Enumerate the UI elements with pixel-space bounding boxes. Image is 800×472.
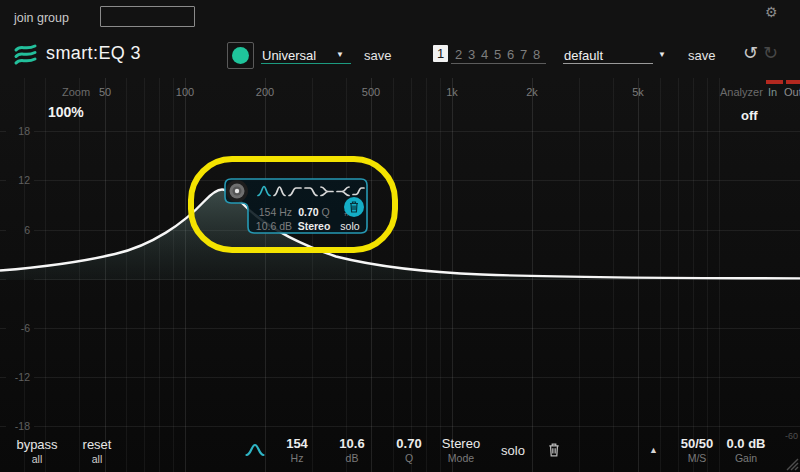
out-meter-peak — [786, 80, 800, 84]
band-popup: 154 Hz 0.70 Q #1 10.6 dB Stereo solo — [220, 174, 374, 238]
db-tick: 18 — [4, 125, 30, 137]
trash-icon — [349, 201, 359, 213]
analyzer-in-toggle[interactable]: In — [768, 86, 777, 98]
band-mode-label: Mode — [448, 452, 474, 464]
profile-save-button[interactable]: save — [364, 48, 391, 63]
band-mode-value[interactable]: Stereo — [442, 436, 480, 451]
band-filter-type-bell-icon[interactable] — [245, 443, 265, 457]
ms-balance-value[interactable]: 50/50 — [681, 436, 714, 451]
profile-underline — [261, 63, 351, 64]
freq-tick: 5k — [632, 86, 644, 98]
db-tick: -12 — [4, 371, 30, 383]
popup-q-unit: Q — [322, 206, 330, 218]
slot-2-button[interactable]: 2 — [452, 47, 465, 62]
band-freq-value[interactable]: 154 — [286, 436, 308, 451]
expand-panel-triangle-icon[interactable]: ▲ — [649, 445, 658, 455]
join-group-label: join group — [14, 11, 69, 25]
band-gain-unit: dB — [346, 452, 359, 464]
redo-icon[interactable]: ↻ — [763, 42, 778, 64]
slot-7-button[interactable]: 7 — [517, 47, 530, 62]
preset-underline — [563, 63, 653, 64]
freq-tick: 50 — [99, 86, 111, 98]
slots-underline — [451, 63, 546, 64]
zoom-label: Zoom — [62, 86, 90, 98]
in-meter-peak — [766, 80, 783, 84]
preset-save-button[interactable]: save — [688, 48, 715, 63]
output-gain-value[interactable]: 0.0 dB — [726, 436, 765, 451]
popup-gain-unit: dB — [279, 220, 292, 232]
popup-freq-unit: Hz — [279, 206, 292, 218]
preset-caret-icon[interactable]: ▼ — [658, 50, 666, 59]
slot-5-button[interactable]: 5 — [491, 47, 504, 62]
app-title: smart:EQ 3 — [46, 43, 141, 64]
record-dot-icon — [232, 47, 249, 64]
group-name-input[interactable] — [100, 6, 195, 27]
reset-button[interactable]: reset — [83, 437, 112, 452]
band-freq-unit: Hz — [291, 452, 304, 464]
band-handle-knob[interactable] — [226, 180, 248, 202]
bypass-button[interactable]: bypass — [16, 437, 57, 452]
popup-delete-band-button[interactable] — [344, 197, 364, 217]
slot-1-button[interactable]: 1 — [433, 45, 448, 62]
db-tick: 12 — [4, 174, 30, 186]
zoom-value[interactable]: 100% — [48, 104, 84, 120]
popup-q-value[interactable]: 0.70 — [298, 206, 318, 218]
popup-row-2: 10.6 dB Stereo solo — [254, 220, 366, 232]
freq-tick: 500 — [362, 86, 380, 98]
band-gain-value[interactable]: 10.6 — [339, 436, 364, 451]
profile-dropdown[interactable]: Universal — [262, 48, 316, 63]
db-tick: 6 — [4, 224, 30, 236]
analyzer-floor-label: -60 — [785, 431, 798, 441]
ms-balance-label: M/S — [688, 452, 707, 464]
freq-tick: 2k — [526, 86, 538, 98]
profile-caret-icon[interactable]: ▼ — [336, 50, 344, 59]
band-solo-button[interactable]: solo — [501, 443, 525, 458]
output-gain-label: Gain — [735, 452, 757, 464]
analyzer-off-toggle[interactable]: off — [741, 108, 758, 123]
smarteq3-window: join group ⚙ smart:EQ 3 Universal ▼ save… — [0, 0, 800, 472]
bypass-all-label: all — [32, 453, 43, 465]
analyzer-label: Analyzer — [720, 86, 763, 98]
band-q-unit: Q — [405, 452, 413, 464]
reset-all-label: all — [92, 453, 103, 465]
slot-3-button[interactable]: 3 — [465, 47, 478, 62]
resize-grip[interactable] — [781, 453, 799, 471]
slot-4-button[interactable]: 4 — [478, 47, 491, 62]
gear-icon[interactable]: ⚙ — [765, 4, 778, 20]
db-tick: -6 — [4, 322, 30, 334]
freq-tick: 100 — [176, 86, 194, 98]
record-profile-button[interactable] — [227, 42, 254, 69]
popup-solo-button[interactable]: solo — [336, 220, 364, 232]
undo-icon[interactable]: ↺ — [743, 42, 758, 64]
eq-graph[interactable]: 50 100 200 500 1k 2k 5k 18 12 6 -6 -12 -… — [0, 78, 800, 472]
preset-dropdown[interactable]: default — [564, 48, 603, 63]
sonible-logo-icon — [13, 42, 40, 68]
freq-tick: 200 — [256, 86, 274, 98]
popup-mode-value[interactable]: Stereo — [292, 220, 336, 232]
delete-band-icon[interactable] — [548, 443, 560, 457]
popup-freq-value[interactable]: 154 — [259, 206, 277, 218]
analyzer-out-toggle[interactable]: Out — [784, 86, 800, 98]
popup-gain-value[interactable]: 10.6 — [256, 220, 276, 232]
freq-tick: 1k — [446, 86, 458, 98]
db-tick: -18 — [4, 420, 30, 432]
slot-8-button[interactable]: 8 — [530, 47, 543, 62]
band-q-value[interactable]: 0.70 — [396, 436, 421, 451]
slot-6-button[interactable]: 6 — [504, 47, 517, 62]
